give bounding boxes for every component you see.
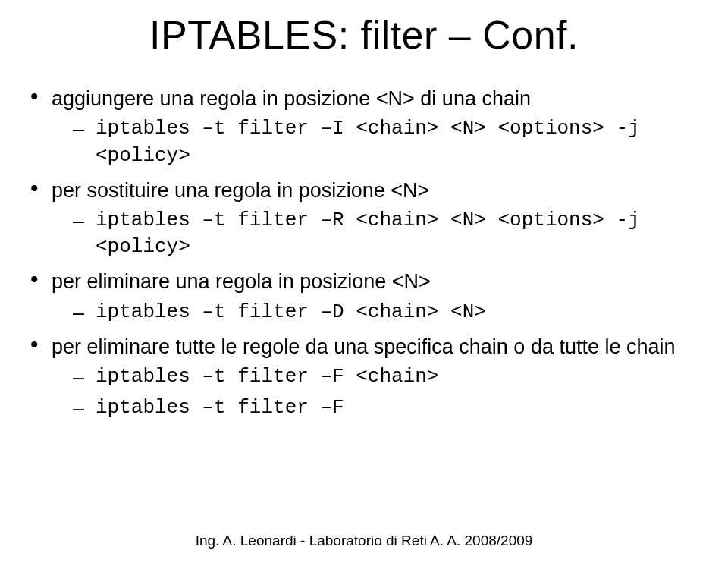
sub-list: iptables –t filter –D <chain> <N> bbox=[52, 299, 698, 325]
bullet-item: per sostituire una regola in posizione <… bbox=[30, 177, 698, 261]
bullet-item: aggiungere una regola in posizione <N> d… bbox=[30, 85, 698, 169]
slide-content: aggiungere una regola in posizione <N> d… bbox=[30, 85, 698, 421]
slide-footer: Ing. A. Leonardi - Laboratorio di Reti A… bbox=[0, 533, 728, 549]
code-line: iptables –t filter –I <chain> <N> <optio… bbox=[73, 115, 698, 168]
bullet-text: aggiungere una regola in posizione <N> d… bbox=[52, 87, 531, 110]
code-line: iptables –t filter –D <chain> <N> bbox=[73, 299, 698, 325]
bullet-text: per eliminare tutte le regole da una spe… bbox=[52, 335, 676, 358]
slide: IPTABLES: filter – Conf. aggiungere una … bbox=[0, 0, 728, 569]
bullet-item: per eliminare tutte le regole da una spe… bbox=[30, 333, 698, 422]
sub-list: iptables –t filter –R <chain> <N> <optio… bbox=[52, 207, 698, 260]
code-line: iptables –t filter –F <chain> bbox=[73, 363, 698, 390]
sub-list: iptables –t filter –F <chain> iptables –… bbox=[52, 363, 698, 421]
code-line: iptables –t filter –F bbox=[73, 395, 698, 421]
slide-title: IPTABLES: filter – Conf. bbox=[30, 12, 698, 58]
bullet-item: per eliminare una regola in posizione <N… bbox=[30, 268, 698, 325]
bullet-text: per eliminare una regola in posizione <N… bbox=[52, 270, 431, 293]
code-line: iptables –t filter –R <chain> <N> <optio… bbox=[73, 207, 698, 260]
bullet-list: aggiungere una regola in posizione <N> d… bbox=[30, 85, 698, 421]
sub-list: iptables –t filter –I <chain> <N> <optio… bbox=[52, 115, 698, 168]
bullet-text: per sostituire una regola in posizione <… bbox=[52, 179, 429, 202]
